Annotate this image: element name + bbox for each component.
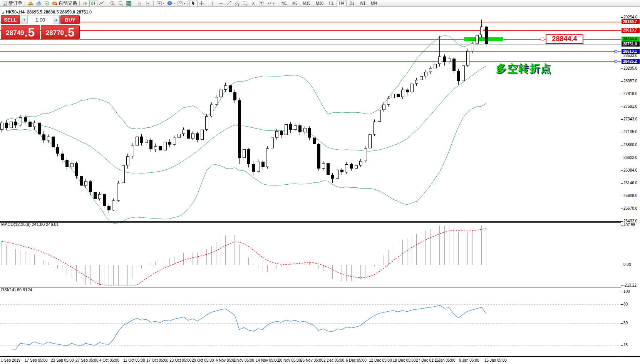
channel-icon: E	[234, 0, 240, 6]
sell-price-int: 28749	[6, 28, 24, 38]
toolbar-separator	[207, 1, 208, 6]
price-tick-label: 27343.0	[623, 117, 637, 121]
timeframe-d1-button[interactable]: D1	[347, 0, 357, 7]
sell-button[interactable]: SELL	[1, 15, 20, 24]
svg-text:T: T	[260, 2, 262, 5]
date-tick-label: 20 Nov 05:00	[278, 358, 301, 362]
line-icon	[99, 0, 104, 6]
date-tick-label: 8 Nov 05:00	[233, 358, 254, 362]
date-tick-label: 17 Sep 05:00	[25, 358, 48, 362]
price-callout-label[interactable]: 28844.4	[546, 34, 583, 44]
rsi-pane-label: RSI(14) 60.9124	[1, 287, 32, 292]
mt4-terminal-window: 新订单自动交易▾▾▾EFAT▾M1M5M15M30H1H4D1W1MN ▲HK5…	[0, 0, 640, 364]
callout-handle[interactable]	[541, 37, 544, 40]
rsi-scale-label: 50	[623, 321, 628, 325]
line-chart-button[interactable]	[97, 0, 106, 7]
text-label-button[interactable]: T	[257, 0, 265, 7]
toolbar-separator	[25, 1, 25, 6]
timeframe-h1-button[interactable]: H1	[326, 0, 337, 7]
date-tick-label: 1 Sep 2019	[1, 358, 20, 362]
chart-title: ▲HK50-,H4 28695.5 28830.5 28659.0 28751.…	[2, 10, 92, 14]
volume-input[interactable]	[28, 15, 53, 24]
sell-price-frac: .5	[25, 27, 35, 38]
sell-price-button[interactable]: 28749.5	[1, 25, 40, 39]
price-badge-28844.4: 28844.4	[622, 37, 640, 42]
buy-button[interactable]: BUY	[60, 15, 80, 24]
toolbar-separator	[79, 1, 80, 6]
price-chart-canvas[interactable]	[0, 8, 621, 356]
buy-price-int: 28770	[46, 28, 64, 38]
toolbar-separator	[153, 1, 154, 6]
autoscroll-icon	[137, 0, 143, 6]
zoom-in-button[interactable]	[109, 0, 117, 7]
trendline-button[interactable]	[225, 0, 233, 7]
svg-text:E: E	[238, 4, 239, 6]
signals-button[interactable]	[43, 0, 51, 7]
community-button[interactable]	[35, 0, 43, 7]
timeframe-mn-button[interactable]: MN	[368, 0, 380, 7]
zoom-out-button[interactable]	[117, 0, 125, 7]
candle-chart-button[interactable]	[89, 0, 97, 7]
zoom-in-icon	[110, 0, 116, 6]
price-tick-label: 26860.0	[623, 143, 637, 147]
shift-icon	[145, 0, 151, 6]
turning-point-annotation[interactable]: 多空转折点	[496, 62, 552, 75]
bar-chart-button[interactable]	[81, 0, 89, 7]
price-axis[interactable]: 29254.028533.028295.028057.027819.027581…	[621, 8, 640, 356]
chart-symbol-period: HK50-,H4	[6, 10, 25, 14]
vline-icon	[210, 0, 216, 6]
macd-scale-label: -213.22	[623, 283, 637, 287]
gold-icon	[28, 0, 34, 6]
macd-scale-label: 0.00	[623, 262, 631, 267]
buy-price-button[interactable]: 28770.5	[41, 25, 80, 39]
rsi-scale-label: 100	[623, 289, 630, 294]
text-button[interactable]: A	[249, 0, 257, 7]
date-tick-label: 29 Oct 05:00	[192, 358, 214, 362]
fibonacci-retracement-button[interactable]: F	[241, 0, 249, 7]
timeframe-w1-button[interactable]: W1	[357, 0, 368, 7]
symbol-marker-icon: ▲	[2, 11, 5, 14]
templates-button[interactable]: ▾	[176, 0, 186, 7]
chart-shift-button[interactable]	[144, 0, 152, 7]
volume-increase-button[interactable]: ▲	[53, 15, 59, 24]
horizontal-line-button[interactable]	[217, 0, 225, 7]
date-tick-label: 3 Jan 05:00	[435, 358, 455, 362]
cursor-button[interactable]	[189, 0, 198, 7]
dropdown-caret-icon: ▾	[163, 0, 164, 7]
timeframe-h4-button[interactable]: H4	[337, 0, 347, 7]
timeframe-m5-button[interactable]: M5	[290, 0, 300, 7]
time-axis[interactable]: 1 Sep 201917 Sep 05:0023 Sep 05:0027 Sep…	[0, 356, 640, 364]
tile-windows-button[interactable]	[125, 0, 133, 7]
text-icon: A	[250, 0, 256, 6]
arrows-button[interactable]: ▾	[265, 0, 276, 7]
cursor-icon	[191, 0, 196, 6]
date-tick-label: 4 Oct 05:00	[99, 358, 119, 362]
price-tick-label: 28533.0	[623, 53, 637, 58]
date-tick-label: 27 Sep 05:00	[75, 358, 99, 362]
price-tick-label: 27105.0	[623, 130, 637, 134]
dropdown-caret-icon: ▾	[184, 0, 185, 7]
periods-button[interactable]: ▾	[166, 0, 176, 7]
new-order-button[interactable]: 新订单	[1, 0, 23, 7]
indicators-icon	[156, 0, 162, 6]
market-button[interactable]	[27, 0, 35, 7]
price-tick-label: 28057.0	[623, 79, 637, 83]
auto-scroll-button[interactable]	[136, 0, 144, 7]
equidistant-channel-button[interactable]: E	[233, 0, 241, 7]
timeframe-m1-button[interactable]: M1	[279, 0, 290, 7]
templates-icon	[177, 0, 183, 6]
price-tick-label: 26622.0	[623, 155, 637, 160]
indicators-button[interactable]: ▾	[155, 0, 166, 7]
dropdown-caret-icon: ▾	[273, 0, 275, 7]
crosshair-button[interactable]	[198, 0, 206, 7]
auto-trading-button[interactable]: 自动交易	[51, 0, 78, 7]
price-badge-29169.7: 29169.7	[622, 19, 640, 24]
volume-decrease-button[interactable]: ▼	[21, 15, 28, 24]
price-badge-28613.1: 28613.1	[622, 49, 640, 54]
zoom-out-icon	[118, 0, 124, 6]
date-tick-label: 2 Dec 05:00	[323, 358, 344, 362]
timeframe-m30-button[interactable]: M30	[313, 0, 326, 7]
new-order-label: 新订单	[8, 0, 22, 7]
vertical-line-button[interactable]	[209, 0, 217, 7]
timeframe-m15-button[interactable]: M15	[300, 0, 313, 7]
